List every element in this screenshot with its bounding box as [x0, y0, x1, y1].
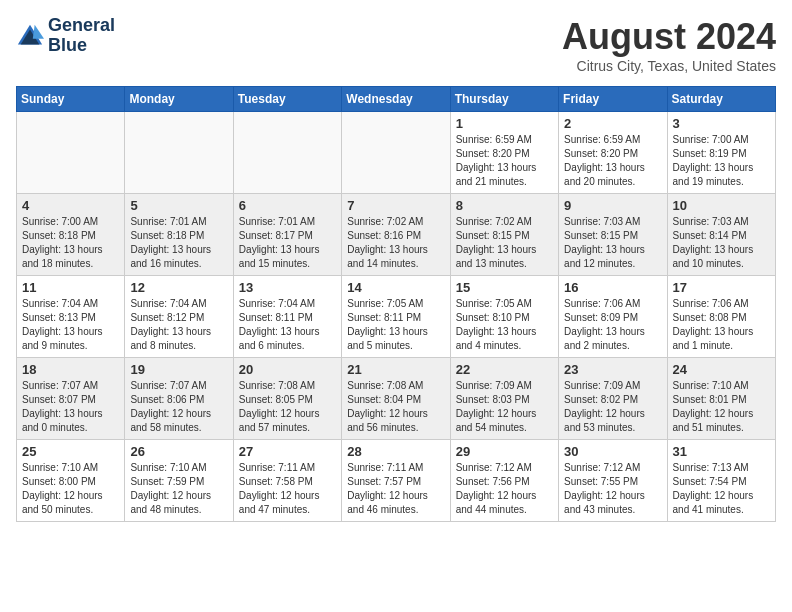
day-number: 16: [564, 280, 661, 295]
day-number: 31: [673, 444, 770, 459]
day-number: 19: [130, 362, 227, 377]
day-number: 15: [456, 280, 553, 295]
svg-marker-2: [33, 25, 44, 39]
day-info: Sunrise: 7:10 AMSunset: 8:01 PMDaylight:…: [673, 379, 770, 435]
day-number: 7: [347, 198, 444, 213]
day-info: Sunrise: 7:04 AMSunset: 8:11 PMDaylight:…: [239, 297, 336, 353]
calendar-row: 18Sunrise: 7:07 AMSunset: 8:07 PMDayligh…: [17, 358, 776, 440]
day-info: Sunrise: 7:07 AMSunset: 8:06 PMDaylight:…: [130, 379, 227, 435]
day-number: 2: [564, 116, 661, 131]
calendar-cell: 9Sunrise: 7:03 AMSunset: 8:15 PMDaylight…: [559, 194, 667, 276]
weekday-header: Monday: [125, 87, 233, 112]
day-info: Sunrise: 7:12 AMSunset: 7:56 PMDaylight:…: [456, 461, 553, 517]
day-info: Sunrise: 7:01 AMSunset: 8:17 PMDaylight:…: [239, 215, 336, 271]
day-info: Sunrise: 7:00 AMSunset: 8:18 PMDaylight:…: [22, 215, 119, 271]
day-number: 25: [22, 444, 119, 459]
day-number: 8: [456, 198, 553, 213]
calendar-cell: 21Sunrise: 7:08 AMSunset: 8:04 PMDayligh…: [342, 358, 450, 440]
month-year: August 2024: [562, 16, 776, 58]
day-info: Sunrise: 7:08 AMSunset: 8:05 PMDaylight:…: [239, 379, 336, 435]
day-info: Sunrise: 7:06 AMSunset: 8:09 PMDaylight:…: [564, 297, 661, 353]
calendar-cell: 8Sunrise: 7:02 AMSunset: 8:15 PMDaylight…: [450, 194, 558, 276]
weekday-header-row: SundayMondayTuesdayWednesdayThursdayFrid…: [17, 87, 776, 112]
day-info: Sunrise: 7:00 AMSunset: 8:19 PMDaylight:…: [673, 133, 770, 189]
day-info: Sunrise: 7:02 AMSunset: 8:16 PMDaylight:…: [347, 215, 444, 271]
calendar-cell: [125, 112, 233, 194]
day-number: 18: [22, 362, 119, 377]
calendar-cell: 28Sunrise: 7:11 AMSunset: 7:57 PMDayligh…: [342, 440, 450, 522]
day-number: 26: [130, 444, 227, 459]
calendar-cell: 6Sunrise: 7:01 AMSunset: 8:17 PMDaylight…: [233, 194, 341, 276]
weekday-header: Thursday: [450, 87, 558, 112]
day-info: Sunrise: 7:09 AMSunset: 8:02 PMDaylight:…: [564, 379, 661, 435]
location: Citrus City, Texas, United States: [562, 58, 776, 74]
calendar-cell: 29Sunrise: 7:12 AMSunset: 7:56 PMDayligh…: [450, 440, 558, 522]
day-info: Sunrise: 7:04 AMSunset: 8:12 PMDaylight:…: [130, 297, 227, 353]
calendar-cell: 4Sunrise: 7:00 AMSunset: 8:18 PMDaylight…: [17, 194, 125, 276]
day-number: 17: [673, 280, 770, 295]
day-info: Sunrise: 7:03 AMSunset: 8:15 PMDaylight:…: [564, 215, 661, 271]
day-info: Sunrise: 7:05 AMSunset: 8:11 PMDaylight:…: [347, 297, 444, 353]
calendar-cell: 27Sunrise: 7:11 AMSunset: 7:58 PMDayligh…: [233, 440, 341, 522]
calendar-cell: 24Sunrise: 7:10 AMSunset: 8:01 PMDayligh…: [667, 358, 775, 440]
calendar-cell: 11Sunrise: 7:04 AMSunset: 8:13 PMDayligh…: [17, 276, 125, 358]
logo-icon: [16, 22, 44, 50]
weekday-header: Tuesday: [233, 87, 341, 112]
day-number: 20: [239, 362, 336, 377]
day-number: 29: [456, 444, 553, 459]
calendar-cell: 31Sunrise: 7:13 AMSunset: 7:54 PMDayligh…: [667, 440, 775, 522]
day-number: 1: [456, 116, 553, 131]
day-number: 11: [22, 280, 119, 295]
day-info: Sunrise: 7:12 AMSunset: 7:55 PMDaylight:…: [564, 461, 661, 517]
calendar-cell: 23Sunrise: 7:09 AMSunset: 8:02 PMDayligh…: [559, 358, 667, 440]
day-number: 14: [347, 280, 444, 295]
day-info: Sunrise: 7:09 AMSunset: 8:03 PMDaylight:…: [456, 379, 553, 435]
calendar-cell: 25Sunrise: 7:10 AMSunset: 8:00 PMDayligh…: [17, 440, 125, 522]
day-number: 28: [347, 444, 444, 459]
calendar-cell: 7Sunrise: 7:02 AMSunset: 8:16 PMDaylight…: [342, 194, 450, 276]
day-info: Sunrise: 7:13 AMSunset: 7:54 PMDaylight:…: [673, 461, 770, 517]
day-number: 23: [564, 362, 661, 377]
day-info: Sunrise: 7:01 AMSunset: 8:18 PMDaylight:…: [130, 215, 227, 271]
day-number: 10: [673, 198, 770, 213]
calendar-cell: 17Sunrise: 7:06 AMSunset: 8:08 PMDayligh…: [667, 276, 775, 358]
calendar-cell: [233, 112, 341, 194]
calendar-cell: 18Sunrise: 7:07 AMSunset: 8:07 PMDayligh…: [17, 358, 125, 440]
page-header: General Blue August 2024 Citrus City, Te…: [16, 16, 776, 74]
calendar-row: 4Sunrise: 7:00 AMSunset: 8:18 PMDaylight…: [17, 194, 776, 276]
day-number: 27: [239, 444, 336, 459]
calendar-cell: [342, 112, 450, 194]
day-info: Sunrise: 7:10 AMSunset: 8:00 PMDaylight:…: [22, 461, 119, 517]
calendar-row: 1Sunrise: 6:59 AMSunset: 8:20 PMDaylight…: [17, 112, 776, 194]
calendar-cell: 2Sunrise: 6:59 AMSunset: 8:20 PMDaylight…: [559, 112, 667, 194]
calendar-cell: 30Sunrise: 7:12 AMSunset: 7:55 PMDayligh…: [559, 440, 667, 522]
calendar-cell: 5Sunrise: 7:01 AMSunset: 8:18 PMDaylight…: [125, 194, 233, 276]
day-info: Sunrise: 6:59 AMSunset: 8:20 PMDaylight:…: [456, 133, 553, 189]
calendar-cell: 20Sunrise: 7:08 AMSunset: 8:05 PMDayligh…: [233, 358, 341, 440]
calendar-cell: [17, 112, 125, 194]
calendar-cell: 12Sunrise: 7:04 AMSunset: 8:12 PMDayligh…: [125, 276, 233, 358]
day-info: Sunrise: 7:11 AMSunset: 7:57 PMDaylight:…: [347, 461, 444, 517]
day-number: 5: [130, 198, 227, 213]
day-number: 3: [673, 116, 770, 131]
calendar-cell: 3Sunrise: 7:00 AMSunset: 8:19 PMDaylight…: [667, 112, 775, 194]
day-info: Sunrise: 7:08 AMSunset: 8:04 PMDaylight:…: [347, 379, 444, 435]
calendar-cell: 19Sunrise: 7:07 AMSunset: 8:06 PMDayligh…: [125, 358, 233, 440]
calendar-cell: 15Sunrise: 7:05 AMSunset: 8:10 PMDayligh…: [450, 276, 558, 358]
day-number: 24: [673, 362, 770, 377]
day-info: Sunrise: 7:04 AMSunset: 8:13 PMDaylight:…: [22, 297, 119, 353]
day-info: Sunrise: 7:10 AMSunset: 7:59 PMDaylight:…: [130, 461, 227, 517]
day-info: Sunrise: 7:02 AMSunset: 8:15 PMDaylight:…: [456, 215, 553, 271]
calendar-cell: 1Sunrise: 6:59 AMSunset: 8:20 PMDaylight…: [450, 112, 558, 194]
day-info: Sunrise: 6:59 AMSunset: 8:20 PMDaylight:…: [564, 133, 661, 189]
day-number: 13: [239, 280, 336, 295]
calendar-cell: 22Sunrise: 7:09 AMSunset: 8:03 PMDayligh…: [450, 358, 558, 440]
logo-text: General Blue: [48, 16, 115, 56]
calendar-cell: 13Sunrise: 7:04 AMSunset: 8:11 PMDayligh…: [233, 276, 341, 358]
day-info: Sunrise: 7:03 AMSunset: 8:14 PMDaylight:…: [673, 215, 770, 271]
day-number: 30: [564, 444, 661, 459]
weekday-header: Wednesday: [342, 87, 450, 112]
calendar-row: 25Sunrise: 7:10 AMSunset: 8:00 PMDayligh…: [17, 440, 776, 522]
calendar-cell: 16Sunrise: 7:06 AMSunset: 8:09 PMDayligh…: [559, 276, 667, 358]
day-number: 21: [347, 362, 444, 377]
